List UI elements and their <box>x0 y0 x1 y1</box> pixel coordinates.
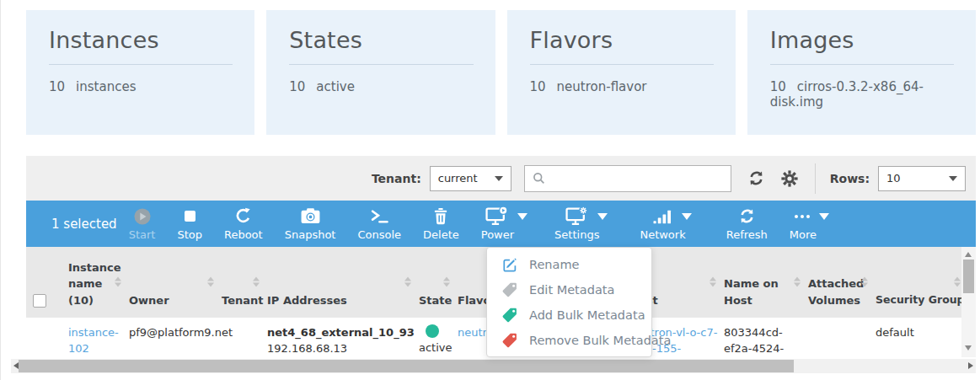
scroll-right-arrow[interactable] <box>968 362 973 369</box>
sort-icon[interactable] <box>861 276 868 286</box>
more-menu-button[interactable]: More <box>790 206 835 241</box>
sort-icon[interactable] <box>954 276 961 286</box>
stop-button[interactable]: Stop <box>177 206 202 241</box>
card-divider <box>289 64 473 65</box>
sort-icon[interactable] <box>253 276 260 286</box>
ip-addresses-cell: net4_68_external_10_93 192.168.68.13 <box>260 318 412 357</box>
menu-item-label: Remove Bulk Metadata <box>529 334 671 347</box>
card-title: States <box>289 27 473 53</box>
menu-item-label: Edit Metadata <box>529 283 614 297</box>
refresh-table-button[interactable]: Refresh <box>726 206 768 241</box>
tag-icon <box>501 281 518 298</box>
column-label: Tenant <box>222 292 263 309</box>
column-header-state[interactable]: State <box>412 247 451 318</box>
rows-select[interactable]: 10 <box>878 166 966 191</box>
button-label: Delete <box>423 228 459 241</box>
card-count: 10 <box>49 79 65 94</box>
owner-cell: pf9@platform9.net <box>122 318 215 357</box>
console-button[interactable]: Console <box>357 206 401 241</box>
play-circle-icon <box>133 207 152 226</box>
card-title: Instances <box>49 27 233 53</box>
card-stat-label: neutron-flavor <box>557 79 647 94</box>
card-stat: 10cirros-0.3.2-x86_64-disk.img <box>770 79 954 110</box>
settings-menu-button[interactable]: Settings <box>554 206 618 241</box>
sort-icon[interactable] <box>404 276 411 286</box>
column-label: Instance name (10) <box>68 260 121 309</box>
card-divider <box>770 64 954 65</box>
column-label: Owner <box>129 292 169 309</box>
column-label: State <box>419 292 452 309</box>
security-groups-value: default <box>876 326 914 339</box>
sort-icon[interactable] <box>710 276 716 286</box>
sort-icon[interactable] <box>115 276 121 286</box>
column-header-attached-volumes[interactable]: Attached Volumes <box>801 247 869 318</box>
gear-icon[interactable] <box>781 170 798 187</box>
column-label: Attached Volumes <box>808 276 865 308</box>
chevron-down-icon <box>819 213 829 220</box>
button-label: Console <box>357 228 401 241</box>
card-stat-label: active <box>316 79 355 94</box>
menu-item-edit-metadata[interactable]: Edit Metadata <box>487 277 651 302</box>
card-flavors: Flavors 10neutron-flavor <box>507 10 736 135</box>
ellipsis-icon <box>795 215 810 218</box>
tag-icon <box>501 332 518 349</box>
network-menu-button[interactable]: Network <box>640 206 704 241</box>
sort-icon[interactable] <box>794 276 801 286</box>
button-label: Refresh <box>726 228 768 241</box>
card-stat: 10neutron-flavor <box>530 79 714 94</box>
card-states: States 10active <box>266 10 495 135</box>
vertical-scrollbar-thumb[interactable] <box>963 260 974 293</box>
filter-bar: Tenant: current <box>26 156 976 201</box>
snapshot-button[interactable]: Snapshot <box>285 206 336 241</box>
scroll-down-arrow[interactable] <box>965 345 972 351</box>
instance-name-cell: instance-102 <box>62 318 122 357</box>
rows-select-value: 10 <box>886 172 901 185</box>
power-menu-button[interactable]: Power <box>481 206 533 241</box>
search-box[interactable] <box>524 165 731 192</box>
sort-icon[interactable] <box>207 276 214 286</box>
delete-button[interactable]: Delete <box>423 206 459 241</box>
column-header-security-groups[interactable]: Security Groups <box>869 247 961 318</box>
header-checkbox-cell <box>26 247 62 318</box>
vertical-scrollbar[interactable] <box>961 247 976 357</box>
button-label: Network <box>640 228 685 241</box>
reboot-button[interactable]: Reboot <box>224 206 263 241</box>
column-label: Security Groups <box>876 292 971 308</box>
card-stat: 10instances <box>49 79 233 94</box>
select-all-checkbox[interactable] <box>33 294 46 308</box>
reboot-icon <box>234 207 252 225</box>
column-header-tenant[interactable]: Tenant <box>215 247 260 318</box>
refresh-button[interactable] <box>747 169 765 187</box>
security-groups-cell: default <box>869 318 961 357</box>
button-label: Reboot <box>224 228 263 241</box>
menu-item-rename[interactable]: Rename <box>487 252 651 277</box>
menu-item-label: Add Bulk Metadata <box>529 308 645 322</box>
card-stat-label: cirros-0.3.2-x86_64-disk.img <box>770 79 924 110</box>
network-name: net4_68_external_10_93 <box>267 325 409 341</box>
search-input[interactable] <box>551 172 723 185</box>
button-label: Power <box>481 228 514 241</box>
menu-item-remove-bulk-metadata[interactable]: Remove Bulk Metadata <box>487 328 651 353</box>
sort-icon[interactable] <box>443 276 450 286</box>
card-stat: 10active <box>289 79 473 94</box>
start-button: Start <box>129 206 156 241</box>
button-label: More <box>790 228 817 241</box>
instance-link[interactable]: instance-102 <box>68 326 119 355</box>
refresh-icon <box>738 207 756 225</box>
chevron-down-icon <box>495 176 503 181</box>
instances-dashboard: Instances 10instances States 10active Fl… <box>0 0 980 380</box>
column-header-name-on-host[interactable]: Name on Host <box>717 247 801 318</box>
horizontal-scrollbar-thumb[interactable] <box>19 360 794 372</box>
column-header-instance-name[interactable]: Instance name (10) <box>62 247 122 318</box>
tenant-cell <box>215 318 260 357</box>
menu-item-add-bulk-metadata[interactable]: Add Bulk Metadata <box>487 302 651 328</box>
column-header-ip-addresses[interactable]: IP Addresses <box>260 247 412 318</box>
camera-icon <box>300 207 321 225</box>
tenant-select[interactable]: current <box>430 166 511 191</box>
card-title: Images <box>770 27 954 53</box>
horizontal-scrollbar[interactable] <box>11 359 976 373</box>
action-bar: 1 selected Start Stop Reboot <box>26 201 976 247</box>
chevron-down-icon <box>682 213 692 220</box>
scroll-up-arrow[interactable] <box>965 252 972 257</box>
column-header-owner[interactable]: Owner <box>122 247 215 318</box>
